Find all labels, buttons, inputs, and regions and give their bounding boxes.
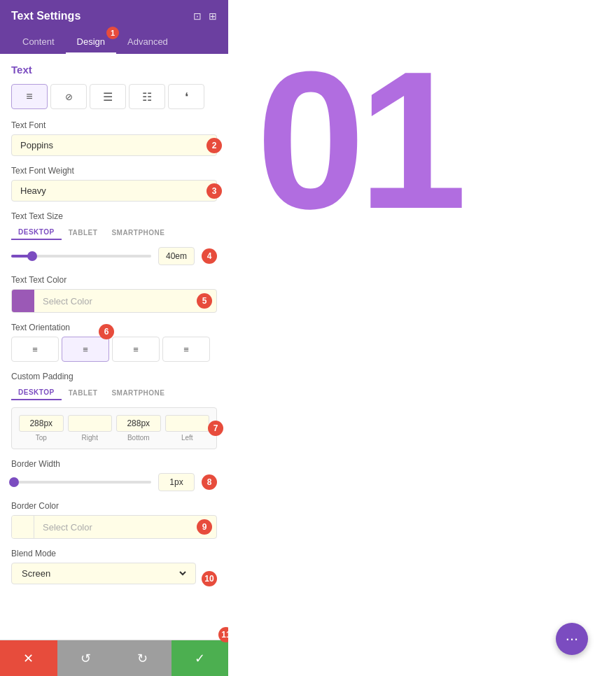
canvas-area: 01 ··· xyxy=(228,0,616,676)
redo-button[interactable]: ↻ xyxy=(114,640,172,676)
fab-icon: ··· xyxy=(566,630,578,648)
text-orientation-section: Text Orientation ≡ ≡ 6 ≡ ≡ xyxy=(11,323,217,362)
text-font-weight-section: Text Font Weight Heavy 3 xyxy=(11,166,217,202)
text-font-weight-value: Heavy xyxy=(12,181,216,201)
orient-left-icon: ≡ xyxy=(32,344,38,355)
align-clear-icon: ⊘ xyxy=(65,92,73,102)
text-color-section: Text Text Color Select Color 5 xyxy=(11,275,217,313)
padding-badge: 7 xyxy=(208,421,223,436)
text-size-section: Text Text Size DESKTOP TABLET SMARTPHONE… xyxy=(11,211,217,265)
padding-left-value[interactable] xyxy=(165,415,210,432)
align-clear-btn[interactable]: ⊘ xyxy=(50,84,87,109)
blend-mode-select-wrapper[interactable]: Normal Multiply Screen Overlay Darken Li… xyxy=(11,563,196,584)
text-font-value: Poppins xyxy=(12,135,216,155)
padding-row: 288px Top Right 288px Bottom Left xyxy=(19,415,209,442)
custom-padding-section: Custom Padding DESKTOP TABLET SMARTPHONE… xyxy=(11,372,217,449)
orient-justify-btn[interactable]: ≡ xyxy=(162,337,210,362)
text-color-swatch[interactable] xyxy=(12,290,34,312)
border-color-swatch[interactable] xyxy=(12,516,34,538)
canvas-text: 01 xyxy=(256,42,460,238)
fab-button[interactable]: ··· xyxy=(556,623,588,655)
text-size-slider-track[interactable] xyxy=(11,255,151,258)
orient-right-icon: ≡ xyxy=(133,344,139,355)
confirm-icon: ✓ xyxy=(195,651,205,666)
text-size-slider-thumb[interactable] xyxy=(27,251,37,261)
border-color-badge: 9 xyxy=(197,519,212,535)
text-color-select[interactable]: Select Color 5 xyxy=(11,289,217,313)
text-font-weight-badge: 3 xyxy=(206,183,222,199)
blend-mode-select[interactable]: Normal Multiply Screen Overlay Darken Li… xyxy=(19,568,188,579)
padding-right-value[interactable] xyxy=(68,415,113,432)
padding-right-label: Right xyxy=(68,434,113,442)
border-width-section: Border Width 1px 8 xyxy=(11,459,217,491)
orient-justify-icon: ≡ xyxy=(183,344,189,355)
tab-advanced[interactable]: Advanced xyxy=(116,31,179,54)
text-font-section: Text Font Poppins 2 xyxy=(11,120,217,156)
text-size-value[interactable]: 40em xyxy=(158,247,195,265)
text-orientation-label: Text Orientation xyxy=(11,323,217,332)
padding-desktop-tab[interactable]: DESKTOP xyxy=(11,386,62,400)
padding-resp-tabs: DESKTOP TABLET SMARTPHONE xyxy=(11,386,217,400)
align-left-icon: ≡ xyxy=(26,90,32,103)
panel-header: Text Settings ⊡ ⊞ Content Design 1 Advan… xyxy=(0,0,228,54)
text-color-badge: 5 xyxy=(197,293,212,309)
confirm-button[interactable]: ✓ 11 xyxy=(172,640,229,676)
padding-top-value[interactable]: 288px xyxy=(19,415,64,432)
text-size-smartphone-tab[interactable]: SMARTPHONE xyxy=(104,225,172,240)
alignment-row: ≡ ⊘ ☰ ☷ ❛ xyxy=(11,84,217,109)
text-size-resp-tabs: DESKTOP TABLET SMARTPHONE xyxy=(11,225,217,240)
text-font-weight-select[interactable]: Heavy 3 xyxy=(11,180,217,202)
blend-mode-label: Blend Mode xyxy=(11,549,217,558)
reset-icon: ↺ xyxy=(80,651,91,666)
maximize-icon[interactable]: ⊡ xyxy=(193,10,202,22)
border-width-slider-track[interactable] xyxy=(11,481,151,484)
border-width-thumb[interactable] xyxy=(9,477,19,487)
custom-padding-label: Custom Padding xyxy=(11,372,217,381)
padding-bottom-label: Bottom xyxy=(116,434,161,442)
padding-left-cell: Left xyxy=(165,415,210,442)
border-width-badge: 8 xyxy=(202,474,217,490)
border-color-placeholder: Select Color xyxy=(34,522,197,533)
orient-center-btn[interactable]: ≡ 6 xyxy=(62,337,109,362)
border-width-label: Border Width xyxy=(11,459,217,469)
border-width-value[interactable]: 1px xyxy=(158,473,195,491)
redo-icon: ↻ xyxy=(137,651,148,666)
padding-bottom-value[interactable]: 288px xyxy=(116,415,161,432)
align-quote-btn[interactable]: ❛ xyxy=(168,84,204,109)
align-list-icon: ☰ xyxy=(103,90,113,104)
tab-design[interactable]: Design 1 xyxy=(66,31,116,54)
align-list2-btn[interactable]: ☷ xyxy=(129,84,165,109)
align-list2-icon: ☷ xyxy=(142,90,152,104)
padding-smartphone-tab[interactable]: SMARTPHONE xyxy=(104,386,172,400)
border-width-row: 1px 8 xyxy=(11,473,217,491)
border-color-select[interactable]: Select Color 9 xyxy=(11,515,217,539)
orient-badge: 6 xyxy=(99,324,114,339)
padding-top-cell: 288px Top xyxy=(19,415,64,442)
padding-tablet-tab[interactable]: TABLET xyxy=(62,386,105,400)
text-size-tablet-tab[interactable]: TABLET xyxy=(62,225,105,240)
header-icons: ⊡ ⊞ xyxy=(193,10,217,22)
orient-left-btn[interactable]: ≡ xyxy=(11,337,59,362)
orient-center-icon: ≡ xyxy=(83,344,88,355)
text-font-select[interactable]: Poppins 2 xyxy=(11,134,217,156)
section-text-title: Text xyxy=(11,64,217,76)
layout-icon[interactable]: ⊞ xyxy=(209,10,217,22)
align-list-btn[interactable]: ☰ xyxy=(90,84,126,109)
panel-body: Text ≡ ⊘ ☰ ☷ ❛ Text Font Poppins 2 xyxy=(0,54,228,640)
orient-right-btn[interactable]: ≡ xyxy=(112,337,160,362)
border-color-section: Border Color Select Color 9 xyxy=(11,501,217,539)
blend-mode-section: Blend Mode Normal Multiply Screen Overla… xyxy=(11,549,217,594)
padding-right-cell: Right xyxy=(68,415,113,442)
tab-content[interactable]: Content xyxy=(11,31,66,54)
panel-footer: ✕ ↺ ↻ ✓ 11 xyxy=(0,640,228,676)
blend-mode-badge: 10 xyxy=(202,571,217,586)
align-quote-icon: ❛ xyxy=(185,90,188,104)
text-color-placeholder: Select Color xyxy=(34,296,197,307)
reset-button[interactable]: ↺ xyxy=(57,640,115,676)
text-size-slider-row: 40em 4 xyxy=(11,247,217,265)
padding-grid: 288px Top Right 288px Bottom Left xyxy=(11,407,217,449)
delete-button[interactable]: ✕ xyxy=(0,640,57,676)
align-left-btn[interactable]: ≡ xyxy=(11,84,48,109)
text-size-desktop-tab[interactable]: DESKTOP xyxy=(11,225,62,240)
text-font-weight-label: Text Font Weight xyxy=(11,166,217,176)
